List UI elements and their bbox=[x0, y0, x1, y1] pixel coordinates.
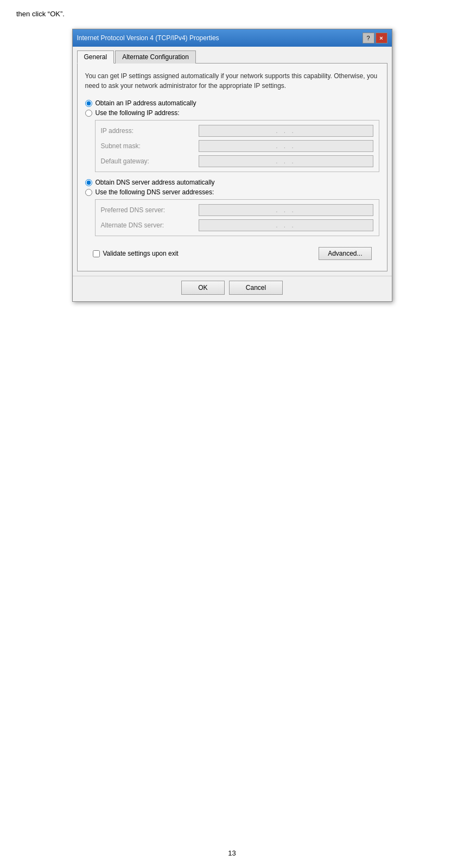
use-following-ip-radio[interactable] bbox=[85, 110, 92, 117]
obtain-dns-auto-option[interactable]: Obtain DNS server address automatically bbox=[85, 179, 379, 186]
validate-row: Validate settings upon exit bbox=[93, 250, 179, 257]
intro-text: then click “OK”. bbox=[0, 0, 464, 23]
obtain-ip-auto-option[interactable]: Obtain an IP address automatically bbox=[85, 99, 379, 107]
ok-button[interactable]: OK bbox=[181, 281, 225, 295]
dialog-window: Internet Protocol Version 4 (TCP/IPv4) P… bbox=[72, 29, 392, 302]
subnet-mask-label: Subnet mask: bbox=[101, 142, 199, 150]
alternate-dns-row: Alternate DNS server: bbox=[101, 219, 373, 231]
default-gateway-input[interactable] bbox=[199, 155, 373, 167]
preferred-dns-label: Preferred DNS server: bbox=[101, 206, 199, 214]
obtain-ip-auto-label: Obtain an IP address automatically bbox=[96, 99, 196, 107]
preferred-dns-input[interactable] bbox=[199, 204, 373, 216]
preferred-dns-row: Preferred DNS server: bbox=[101, 204, 373, 216]
cancel-button[interactable]: Cancel bbox=[229, 281, 283, 295]
ip-fields-section: IP address: Subnet mask: Default gateway… bbox=[95, 120, 379, 172]
ok-cancel-row: OK Cancel bbox=[73, 276, 392, 301]
tab-alternate-config[interactable]: Alternate Configuration bbox=[115, 50, 196, 64]
validate-label: Validate settings upon exit bbox=[103, 250, 179, 257]
subnet-mask-row: Subnet mask: bbox=[101, 140, 373, 152]
ip-radio-group: Obtain an IP address automatically Use t… bbox=[85, 99, 379, 117]
use-following-ip-option[interactable]: Use the following IP address: bbox=[85, 109, 379, 117]
tab-content-general: You can get IP settings assigned automat… bbox=[77, 63, 387, 271]
advanced-button[interactable]: Advanced... bbox=[319, 247, 371, 260]
use-following-dns-label: Use the following DNS server addresses: bbox=[96, 188, 214, 196]
alternate-dns-input[interactable] bbox=[199, 219, 373, 231]
obtain-dns-auto-label: Obtain DNS server address automatically bbox=[96, 179, 215, 186]
help-button[interactable]: ? bbox=[363, 33, 374, 43]
tab-general[interactable]: General bbox=[77, 50, 115, 64]
subnet-mask-input[interactable] bbox=[199, 140, 373, 152]
dns-fields-section: Preferred DNS server: Alternate DNS serv… bbox=[95, 199, 379, 236]
dns-section: Obtain DNS server address automatically … bbox=[85, 179, 379, 236]
close-button[interactable]: × bbox=[376, 33, 387, 43]
use-following-ip-label: Use the following IP address: bbox=[96, 109, 180, 117]
title-bar: Internet Protocol Version 4 (TCP/IPv4) P… bbox=[73, 29, 392, 47]
default-gateway-label: Default gateway: bbox=[101, 157, 199, 165]
validate-checkbox[interactable] bbox=[93, 250, 100, 257]
info-text: You can get IP settings assigned automat… bbox=[85, 71, 379, 91]
page-number: 13 bbox=[228, 849, 236, 857]
tabs-row: General Alternate Configuration bbox=[73, 47, 392, 63]
obtain-ip-auto-radio[interactable] bbox=[85, 100, 92, 107]
default-gateway-row: Default gateway: bbox=[101, 155, 373, 167]
ip-address-row: IP address: bbox=[101, 125, 373, 137]
ip-address-input[interactable] bbox=[199, 125, 373, 137]
title-bar-buttons: ? × bbox=[363, 33, 387, 43]
dialog-title: Internet Protocol Version 4 (TCP/IPv4) P… bbox=[77, 34, 219, 42]
use-following-dns-option[interactable]: Use the following DNS server addresses: bbox=[85, 188, 379, 196]
use-following-dns-radio[interactable] bbox=[85, 189, 92, 196]
alternate-dns-label: Alternate DNS server: bbox=[101, 221, 199, 229]
obtain-dns-auto-radio[interactable] bbox=[85, 179, 92, 186]
dns-radio-group: Obtain DNS server address automatically … bbox=[85, 179, 379, 196]
ip-address-label: IP address: bbox=[101, 127, 199, 135]
bottom-section: Validate settings upon exit Advanced... bbox=[85, 243, 379, 265]
